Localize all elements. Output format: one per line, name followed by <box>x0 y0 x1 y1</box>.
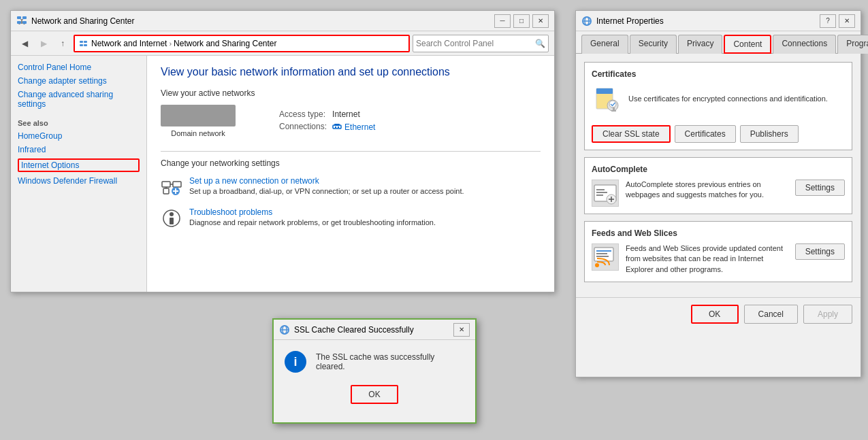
search-input[interactable] <box>416 39 535 48</box>
troubleshoot-link[interactable]: Troubleshoot problems <box>189 207 272 217</box>
search-box[interactable]: 🔍 <box>413 35 549 52</box>
svg-rect-6 <box>19 24 20 24</box>
troubleshoot-details: Troubleshoot problems Diagnose and repai… <box>189 207 436 226</box>
ssl-title-bar: SSL Cache Cleared Successfully ✕ <box>274 320 475 340</box>
svg-rect-15 <box>338 126 339 128</box>
setup-connection-desc: Set up a broadband, dial-up, or VPN conn… <box>189 187 464 195</box>
internet-props-close[interactable]: ✕ <box>839 14 855 28</box>
sidebar: Control Panel Home Change adapter settin… <box>11 56 147 292</box>
network-content: Control Panel Home Change adapter settin… <box>11 56 554 292</box>
certificate-area: Use certificates for encrypted connectio… <box>592 84 845 143</box>
svg-point-47 <box>595 263 599 267</box>
ssl-footer: OK <box>274 379 475 409</box>
address-path[interactable]: Network and Internet › Network and Shari… <box>74 35 410 52</box>
sidebar-internet-options[interactable]: Internet Options <box>18 158 140 172</box>
svg-rect-26 <box>170 218 174 224</box>
internet-props-tabs: General Security Privacy Content Connect… <box>576 31 861 54</box>
tab-programs[interactable]: Programs <box>837 35 868 54</box>
certificates-title: Certificates <box>592 69 845 79</box>
active-networks-label: View your active networks <box>161 88 541 98</box>
autocomplete-settings-button[interactable]: Settings <box>795 180 845 196</box>
svg-rect-7 <box>24 24 25 24</box>
feeds-description: Feeds and Web Slices provide updated con… <box>626 243 788 275</box>
tab-security[interactable]: Security <box>630 35 677 54</box>
ssl-dialog-title: SSL Cache Cleared Successfully <box>294 325 453 335</box>
ethernet-icon <box>332 122 342 133</box>
svg-point-25 <box>170 212 174 216</box>
svg-rect-8 <box>80 41 83 43</box>
svg-rect-17 <box>173 182 181 187</box>
internet-props-window: Internet Properties ? ✕ General Security… <box>575 10 861 377</box>
setup-connection-details: Set up a new connection or network Set u… <box>189 176 464 195</box>
sidebar-windows-defender[interactable]: Windows Defender Firewall <box>18 176 140 186</box>
cert-description: Use certificates for encrypted connectio… <box>628 94 845 104</box>
ethernet-link[interactable]: Ethernet <box>332 122 375 133</box>
path-icon <box>79 39 89 48</box>
svg-rect-13 <box>334 124 340 126</box>
sidebar-control-panel-home[interactable]: Control Panel Home <box>18 63 140 72</box>
cancel-button[interactable]: Cancel <box>744 305 798 324</box>
publishers-button[interactable]: Publishers <box>740 125 799 143</box>
search-icon[interactable]: 🔍 <box>535 39 545 48</box>
feeds-title: Feeds and Web Slices <box>592 229 845 238</box>
up-button[interactable]: ↑ <box>54 35 71 52</box>
svg-rect-45 <box>596 253 607 254</box>
setup-connection-icon <box>161 176 182 198</box>
minimize-button[interactable]: ─ <box>494 14 511 28</box>
internet-props-icon <box>581 16 592 27</box>
ok-button[interactable]: OK <box>691 305 739 324</box>
feeds-settings-button[interactable]: Settings <box>795 243 845 260</box>
tab-privacy[interactable]: Privacy <box>678 35 722 54</box>
sidebar-homegroup[interactable]: HomeGroup <box>18 131 140 141</box>
apply-button[interactable]: Apply <box>803 305 852 324</box>
path-separator-1: › <box>169 39 172 48</box>
close-button[interactable]: ✕ <box>532 14 549 28</box>
setup-connection-link[interactable]: Set up a new connection or network <box>189 176 319 186</box>
access-type-label: Access type: <box>276 108 329 120</box>
network-title-bar: Network and Sharing Center ─ □ ✕ <box>11 11 554 31</box>
maximize-button[interactable]: □ <box>513 14 530 28</box>
certificates-button[interactable]: Certificates <box>675 125 736 143</box>
internet-props-title: Internet Properties <box>596 16 820 26</box>
forward-button[interactable]: ▶ <box>35 35 52 52</box>
svg-rect-19 <box>163 188 169 194</box>
autocomplete-description: AutoComplete stores previous entries on … <box>626 180 788 201</box>
path-segment-1: Network and Internet <box>91 39 167 48</box>
ssl-dialog-close[interactable]: ✕ <box>453 323 470 337</box>
troubleshoot-item: Troubleshoot problems Diagnose and repai… <box>161 207 541 229</box>
network-window-title: Network and Sharing Center <box>31 16 494 26</box>
ssl-ok-button[interactable]: OK <box>351 385 398 404</box>
feeds-icon-area <box>592 243 619 271</box>
network-window-icon <box>16 16 27 27</box>
sidebar-infrared[interactable]: Infrared <box>18 145 140 154</box>
svg-rect-2 <box>17 21 21 24</box>
ssl-message: The SSL cache was successfully cleared. <box>316 352 464 371</box>
setup-connection-item: Set up a new connection or network Set u… <box>161 176 541 198</box>
tab-content[interactable]: Content <box>724 35 771 54</box>
path-segment-2: Network and Sharing Center <box>174 39 276 48</box>
info-icon: i <box>285 351 306 373</box>
feeds-icon <box>593 245 617 269</box>
svg-rect-3 <box>22 21 27 24</box>
autocomplete-icon-area <box>592 180 619 207</box>
svg-rect-1 <box>22 16 27 19</box>
clear-ssl-button[interactable]: Clear SSL state <box>592 125 671 143</box>
svg-rect-10 <box>80 44 83 46</box>
autocomplete-title: AutoComplete <box>592 165 845 174</box>
main-title: View your basic network information and … <box>161 66 541 78</box>
tab-connections[interactable]: Connections <box>773 35 836 54</box>
cert-row: Use certificates for encrypted connectio… <box>592 84 845 114</box>
sidebar-change-advanced[interactable]: Change advanced sharing settings <box>18 90 140 109</box>
sidebar-change-adapter[interactable]: Change adapter settings <box>18 76 140 86</box>
internet-props-help[interactable]: ? <box>820 14 836 28</box>
cert-buttons-row: Clear SSL state Certificates Publishers <box>592 125 845 143</box>
troubleshoot-desc: Diagnose and repair network problems, or… <box>189 218 436 226</box>
cert-icon <box>594 85 620 114</box>
back-button[interactable]: ◀ <box>16 35 33 52</box>
svg-rect-0 <box>17 16 21 19</box>
change-settings-title: Change your networking settings <box>161 158 541 168</box>
tab-general[interactable]: General <box>581 35 628 54</box>
autocomplete-section: AutoComplete A <box>584 157 852 214</box>
internet-props-title-bar: Internet Properties ? ✕ <box>576 11 861 31</box>
ssl-dialog-controls: ✕ <box>453 323 470 337</box>
